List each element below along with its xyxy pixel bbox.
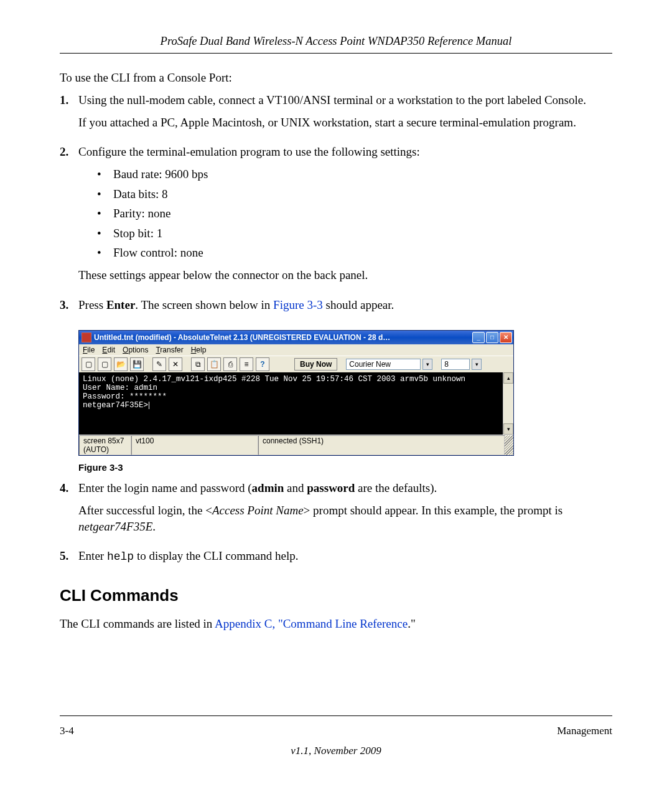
scroll-down-icon[interactable]: ▾ xyxy=(503,423,513,435)
step-1-number: 1. xyxy=(60,92,78,136)
terminal-output[interactable]: Linux (none) 2.4.17_mvl21-ixdp425 #228 T… xyxy=(79,372,513,435)
enter-key: Enter xyxy=(106,298,135,311)
toolbar-new-icon[interactable]: ▢ xyxy=(82,357,95,371)
step-2-bullet-parity: Parity: none xyxy=(78,205,612,222)
toolbar-page-icon[interactable]: ▢ xyxy=(98,357,111,371)
terminal-window: Untitled.tnt (modified) - AbsoluteTelnet… xyxy=(78,330,514,456)
toolbar-help-icon[interactable]: ? xyxy=(256,357,269,371)
page-number: 3-4 xyxy=(60,725,74,737)
step-5-number: 5. xyxy=(60,548,78,570)
toolbar-cancel-icon[interactable]: ✕ xyxy=(169,357,182,371)
step-4-p1: Enter the login name and password (admin… xyxy=(78,480,612,496)
toolbar-list-icon[interactable]: ≡ xyxy=(240,357,253,371)
titlebar: Untitled.tnt (modified) - AbsoluteTelnet… xyxy=(79,331,513,344)
buy-now-button[interactable]: Buy Now xyxy=(294,358,337,370)
minimize-button[interactable]: _ xyxy=(472,332,485,343)
toolbar: ▢ ▢ 📂 💾 ✎ ✕ ⧉ 📋 ⎙ ≡ ? Buy Now Courier Ne… xyxy=(79,356,513,372)
menubar: File Edit Options Transfer Help xyxy=(79,344,513,356)
footer-rule xyxy=(60,715,612,716)
step-2-bullet-databits: Data bits: 8 xyxy=(78,186,612,202)
step-3-text: Press Enter. The screen shown below in F… xyxy=(78,297,612,313)
window-title: Untitled.tnt (modified) - AbsoluteTelnet… xyxy=(94,333,470,342)
step-2-lead: Configure the terminal-emulation program… xyxy=(78,144,612,160)
cli-commands-heading: CLI Commands xyxy=(60,586,612,605)
status-connection: connected (SSH1) xyxy=(258,435,505,455)
step-2-bullet-stopbit: Stop bit: 1 xyxy=(78,225,612,242)
step-2-tail: These settings appear below the connecto… xyxy=(78,267,612,283)
menu-edit[interactable]: Edit xyxy=(102,346,115,354)
maximize-button[interactable]: □ xyxy=(486,332,498,343)
chapter-label: Management xyxy=(557,725,612,737)
toolbar-copy-icon[interactable]: ⧉ xyxy=(191,357,205,371)
step-2-bullet-flow: Flow control: none xyxy=(78,245,612,261)
menu-help[interactable]: Help xyxy=(191,346,207,354)
toolbar-wand-icon[interactable]: ✎ xyxy=(152,357,166,371)
font-dropdown-icon[interactable]: ▾ xyxy=(422,359,432,370)
menu-file[interactable]: File xyxy=(83,346,95,354)
toolbar-paste-icon[interactable]: 📋 xyxy=(207,357,221,371)
menu-options[interactable]: Options xyxy=(123,346,148,354)
step-4-number: 4. xyxy=(60,480,78,540)
resize-grip-icon[interactable] xyxy=(505,435,513,455)
close-button[interactable]: ✕ xyxy=(500,332,512,343)
step-2-number: 2. xyxy=(60,144,78,289)
font-select[interactable]: Courier New xyxy=(346,359,421,370)
doc-version: v1.1, November 2009 xyxy=(60,745,612,757)
scrollbar[interactable]: ▴ ▾ xyxy=(503,372,513,435)
header-rule xyxy=(60,53,612,54)
status-screen: screen 85x7 (AUTO) xyxy=(79,435,131,455)
fontsize-dropdown-icon[interactable]: ▾ xyxy=(472,359,482,370)
step-1-p1: Using the null-modem cable, connect a VT… xyxy=(78,92,612,108)
page-header-title: ProSafe Dual Band Wireless-N Access Poin… xyxy=(60,35,612,48)
appendix-c-link[interactable]: Appendix C, "Command Line Reference xyxy=(215,617,408,630)
scroll-up-icon[interactable]: ▴ xyxy=(503,372,513,384)
step-5-text: Enter help to display the CLI command he… xyxy=(78,548,612,564)
figure-caption: Figure 3-3 xyxy=(78,462,612,473)
toolbar-print-icon[interactable]: ⎙ xyxy=(223,357,237,371)
step-1-p2: If you attached a PC, Apple Macintosh, o… xyxy=(78,115,612,131)
cli-commands-text: The CLI commands are listed in Appendix … xyxy=(60,617,612,631)
step-2-bullet-baud: Baud rate: 9600 bps xyxy=(78,166,612,182)
password-default: password xyxy=(307,481,355,494)
toolbar-save-icon[interactable]: 💾 xyxy=(130,357,144,371)
admin-default: admin xyxy=(252,481,284,494)
app-icon xyxy=(82,333,91,342)
step-4-p2: After successful login, the <Access Poin… xyxy=(78,503,612,534)
step-3-number: 3. xyxy=(60,297,78,319)
toolbar-open-icon[interactable]: 📂 xyxy=(114,357,128,371)
menu-transfer[interactable]: Transfer xyxy=(156,346,183,354)
intro-text: To use the CLI from a Console Port: xyxy=(60,71,612,85)
figure-3-3-link[interactable]: Figure 3-3 xyxy=(273,298,323,311)
statusbar: screen 85x7 (AUTO) vt100 connected (SSH1… xyxy=(79,435,513,455)
fontsize-select[interactable]: 8 xyxy=(441,359,470,370)
help-command: help xyxy=(107,550,134,563)
status-term: vt100 xyxy=(131,435,258,455)
